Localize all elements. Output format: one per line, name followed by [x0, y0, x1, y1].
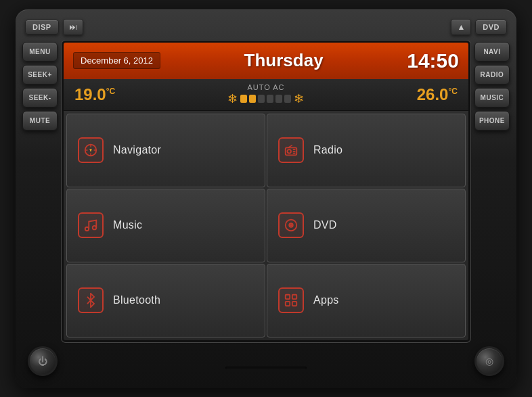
climate-temp-left: 19.0°C [74, 85, 115, 104]
left-knob[interactable]: ⏻ [28, 346, 58, 376]
climate-temp-right: 26.0°C [417, 85, 458, 104]
svg-point-6 [85, 227, 89, 231]
fan-bar-6 [284, 95, 291, 103]
svg-rect-12 [292, 295, 296, 299]
svg-point-10 [290, 225, 292, 226]
cd-slot [225, 367, 307, 369]
music-icon-box [78, 212, 104, 238]
seek-plus-button[interactable]: SEEK+ [22, 65, 58, 85]
menu-item-apps[interactable]: Apps [267, 264, 466, 337]
screen-date: December 6, 2012 [73, 52, 160, 69]
power-icon: ⏻ [38, 356, 47, 367]
screen: December 6, 2012 Thursday 14:50 19.0°C A… [62, 41, 470, 342]
fan-control: ❄ ❄ [227, 91, 304, 106]
top-bar: DISP ⏭ ▲ DVD [22, 19, 510, 35]
menu-grid: Navigator Radio [64, 111, 468, 340]
svg-point-7 [93, 226, 97, 230]
menu-item-music[interactable]: Music [66, 189, 265, 262]
phone-button[interactable]: PHONE [474, 111, 510, 131]
bottom-center [58, 353, 474, 369]
screen-day: Thursday [181, 50, 386, 71]
menu-item-navigator[interactable]: Navigator [66, 114, 265, 187]
svg-rect-11 [286, 295, 290, 299]
menu-item-bluetooth[interactable]: Bluetooth [66, 264, 265, 337]
fan-bars [240, 95, 291, 103]
menu-item-radio[interactable]: Radio [267, 114, 466, 187]
screen-time: 14:50 [407, 49, 459, 72]
radio-side-button[interactable]: RADIO [474, 65, 510, 85]
fan-left-icon: ❄ [227, 91, 238, 106]
fan-bar-2 [249, 95, 256, 103]
fan-right-icon: ❄ [294, 91, 304, 106]
menu-item-dvd[interactable]: DVD [267, 189, 466, 262]
bottom-section: ⏻ ◎ [22, 342, 510, 376]
head-unit: DISP ⏭ ▲ DVD MENU SEEK+ SEEK- MUTE Decem… [16, 9, 516, 388]
music-label: Music [113, 219, 142, 231]
seek-minus-button[interactable]: SEEK- [22, 88, 58, 108]
navigator-icon-box [78, 137, 104, 163]
top-bar-right: ▲ DVD [451, 19, 507, 35]
right-knob[interactable]: ◎ [474, 346, 504, 376]
radio-label: Radio [313, 144, 342, 156]
left-side-buttons: MENU SEEK+ SEEK- MUTE [22, 41, 58, 342]
apps-icon-box [278, 287, 304, 313]
navi-button[interactable]: NAVI [474, 42, 510, 62]
svg-rect-13 [286, 302, 290, 306]
svg-rect-14 [292, 302, 296, 306]
fan-bar-1 [240, 95, 247, 103]
fan-bar-5 [275, 95, 282, 103]
disp-button[interactable]: DISP [25, 20, 59, 34]
dvd-button[interactable]: DVD [475, 20, 507, 34]
apps-label: Apps [313, 294, 339, 306]
screen-header: December 6, 2012 Thursday 14:50 [64, 43, 468, 79]
middle-section: MENU SEEK+ SEEK- MUTE December 6, 2012 T… [22, 41, 510, 342]
climate-bar: 19.0°C AUTO AC ❄ ❄ [64, 79, 468, 111]
climate-label: AUTO AC [247, 83, 284, 91]
fan-bar-4 [267, 95, 273, 103]
music-side-button[interactable]: MUSIC [474, 88, 510, 108]
menu-button[interactable]: MENU [22, 42, 58, 62]
dvd-label: DVD [313, 219, 337, 231]
radio-icon-box [278, 137, 304, 163]
mute-button[interactable]: MUTE [22, 111, 58, 131]
right-side-buttons: NAVI RADIO MUSIC PHONE [474, 41, 510, 342]
navigator-label: Navigator [113, 144, 161, 156]
top-bar-left: DISP ⏭ [25, 19, 83, 35]
volume-icon: ◎ [485, 356, 493, 367]
bluetooth-icon-box [78, 287, 104, 313]
dvd-icon-box [278, 212, 304, 238]
play-button[interactable]: ⏭ [63, 19, 83, 35]
svg-point-2 [287, 149, 291, 154]
eject-button[interactable]: ▲ [451, 19, 471, 35]
bluetooth-label: Bluetooth [113, 294, 160, 306]
fan-bar-3 [258, 95, 265, 103]
